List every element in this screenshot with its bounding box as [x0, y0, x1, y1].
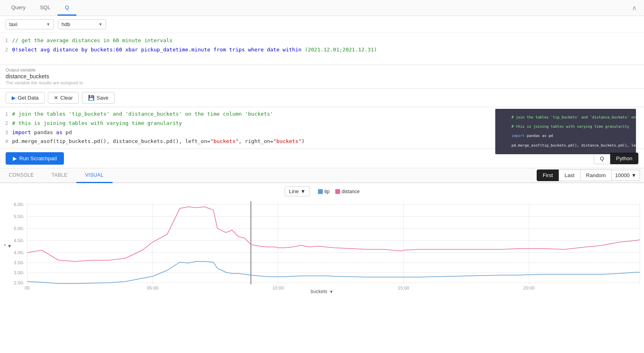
result-tabs: CONSOLE TABLE VISUAL First Last Random 1… [0, 168, 644, 183]
lang-buttons: Q Python [594, 153, 638, 164]
database-selector[interactable]: taxi ▼ [6, 19, 54, 29]
run-scratchpad-button[interactable]: ▶ Run Scratchpad [6, 152, 64, 165]
toolbar: ▶ Get Data ✕ Clear 💾 Save [0, 89, 644, 107]
asterisk-value: * [4, 243, 6, 249]
legend-distance: distance [335, 189, 360, 194]
last-button[interactable]: Last [559, 169, 580, 181]
count-chevron-icon: ▼ [631, 172, 636, 178]
python-preview: # join the tables 'tip_buckets' and 'dis… [495, 109, 636, 154]
chart-svg: .grid-line { stroke: #e8e8e8; stroke-wid… [0, 198, 644, 290]
distance-line [27, 207, 640, 261]
asterisk-chevron-icon: ▼ [7, 243, 12, 249]
clear-label: Clear [60, 95, 73, 101]
database-chevron-icon: ▼ [46, 22, 50, 27]
get-data-label: Get Data [18, 95, 39, 101]
svg-text:5.50-: 5.50- [14, 214, 24, 219]
python-section[interactable]: 1 # join the tables 'tip_buckets' and 'd… [0, 107, 644, 149]
svg-text:5.00-: 5.00- [14, 226, 24, 231]
lang-q-button[interactable]: Q [594, 153, 610, 164]
database-value: taxi [9, 21, 17, 27]
collapse-icon[interactable]: ∧ [629, 2, 640, 13]
tab-visual[interactable]: VISUAL [76, 168, 113, 183]
distance-color-dot [335, 189, 340, 194]
svg-text:15:00: 15:00 [398, 286, 410, 290]
svg-text:2.50-: 2.50- [14, 280, 24, 285]
tab-q[interactable]: Q [57, 0, 76, 16]
result-controls: First Last Random 10000 ▼ [533, 169, 644, 181]
svg-text:05:00: 05:00 [147, 286, 158, 290]
query-code-1: // get the average distances in 60 minut… [12, 37, 644, 45]
save-button[interactable]: 💾 Save [82, 92, 115, 104]
x-icon: ✕ [54, 95, 58, 101]
svg-text:6.00-: 6.00- [14, 202, 24, 207]
tip-color-dot [318, 189, 323, 194]
svg-text:4.00-: 4.00- [14, 250, 24, 255]
tab-table[interactable]: TABLE [43, 168, 76, 183]
svg-text:10:00: 10:00 [272, 286, 284, 290]
output-label: Output variable [6, 67, 638, 72]
chart-type-label: Line [289, 188, 299, 194]
random-button[interactable]: Random [580, 169, 612, 181]
run-label: Run Scratchpad [19, 155, 57, 161]
legend: tip distance [318, 189, 359, 194]
legend-tip: tip [318, 189, 330, 194]
tab-console[interactable]: CONSOLE [0, 168, 43, 183]
count-select[interactable]: 10000 ▼ [612, 170, 640, 181]
schema-value: hdb [62, 21, 70, 27]
top-tabs: Query SQL Q ∧ [0, 0, 644, 16]
tip-legend-label: tip [324, 189, 330, 194]
schema-chevron-icon: ▼ [98, 22, 103, 27]
save-label: Save [96, 95, 109, 101]
query-code-2: 0!select avg distance by buckets:60 xbar… [12, 46, 644, 54]
chart-type-select[interactable]: Line ▼ [285, 186, 310, 196]
asterisk-control[interactable]: * ▼ [4, 243, 12, 249]
svg-text:4.50-: 4.50- [14, 238, 24, 243]
chart-area: Line ▼ tip distance * ▼ [0, 183, 644, 353]
svg-text:3.00-: 3.00- [14, 270, 24, 275]
lang-python-button[interactable]: Python [610, 153, 638, 164]
play-icon: ▶ [12, 95, 16, 101]
output-value: distance_buckets [6, 73, 638, 80]
chart-type-chevron-icon: ▼ [300, 188, 306, 194]
svg-text:00: 00 [25, 286, 30, 290]
line-num-2: 2 [0, 46, 12, 54]
output-hint: The variable the results are assigned to [6, 80, 638, 85]
selector-row: taxi ▼ hdb ▼ [0, 16, 644, 33]
svg-text:20:00: 20:00 [523, 286, 535, 290]
distance-legend-label: distance [342, 189, 360, 194]
svg-text:3.50-: 3.50- [14, 260, 24, 265]
app-container: Query SQL Q ∧ taxi ▼ hdb ▼ 1 // get the … [0, 0, 644, 353]
py-num-2: 2 [0, 120, 12, 127]
clear-button[interactable]: ✕ Clear [48, 92, 79, 104]
tab-query[interactable]: Query [4, 0, 33, 16]
first-button[interactable]: First [537, 169, 559, 181]
py-num-4: 4 [0, 138, 12, 145]
py-num-1: 1 [0, 110, 12, 118]
py-num-3: 3 [0, 129, 12, 137]
output-var-section: Output variable distance_buckets The var… [0, 65, 644, 89]
save-icon: 💾 [88, 95, 94, 101]
tab-sql[interactable]: SQL [33, 0, 57, 16]
query-editor[interactable]: 1 // get the average distances in 60 min… [0, 33, 644, 65]
chart-controls: Line ▼ tip distance [0, 183, 644, 198]
count-value: 10000 [615, 172, 630, 178]
query-line-1: 1 // get the average distances in 60 min… [0, 36, 644, 45]
schema-selector[interactable]: hdb ▼ [58, 19, 106, 29]
x-axis-chevron-icon[interactable]: ▼ [329, 290, 333, 294]
x-axis-label: buckets [311, 289, 327, 294]
get-data-button[interactable]: ▶ Get Data [6, 92, 45, 104]
run-play-icon: ▶ [13, 155, 17, 161]
line-num-1: 1 [0, 37, 12, 45]
query-line-2: 2 0!select avg distance by buckets:60 xb… [0, 45, 644, 55]
